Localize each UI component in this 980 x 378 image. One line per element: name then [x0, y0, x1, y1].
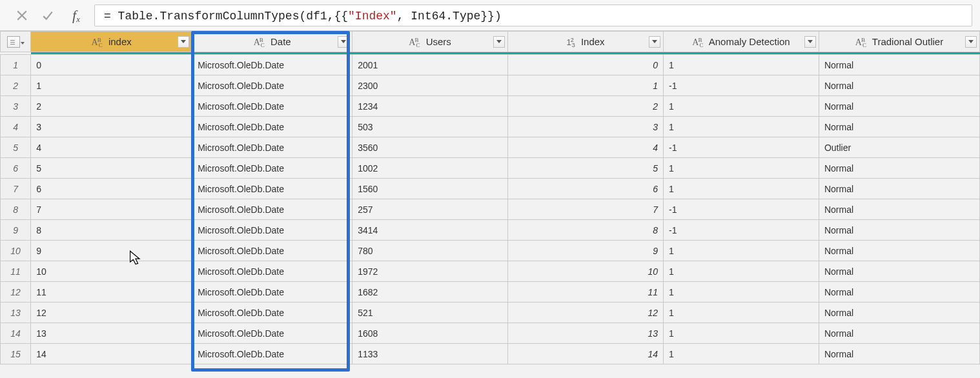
cell-index[interactable]: 2	[31, 96, 192, 117]
cell-date[interactable]: Microsoft.OleDb.Date	[192, 179, 352, 199]
cell-anomaly[interactable]: 1	[664, 55, 819, 75]
cell-index2[interactable]: 8	[508, 220, 664, 241]
cell-date[interactable]: Microsoft.OleDb.Date	[192, 282, 352, 303]
column-header-users[interactable]: ABC Users	[352, 32, 508, 52]
cell-anomaly[interactable]: -1	[664, 75, 819, 96]
cell-users[interactable]: 521	[352, 303, 508, 323]
cell-traditional[interactable]: Normal	[819, 117, 979, 137]
row-number[interactable]: 9	[1, 220, 31, 241]
formula-input[interactable]: = Table.TransformColumnTypes(df1,{{"Inde…	[94, 5, 972, 26]
cell-users[interactable]: 1560	[352, 179, 508, 199]
cell-anomaly[interactable]: -1	[664, 220, 819, 241]
cell-traditional[interactable]: Normal	[819, 179, 979, 199]
cell-anomaly[interactable]: 1	[664, 179, 819, 199]
filter-button-index[interactable]	[178, 36, 189, 48]
cell-users[interactable]: 3414	[352, 220, 508, 241]
cell-index2[interactable]: 2	[508, 96, 664, 117]
cell-index2[interactable]: 5	[508, 158, 664, 179]
cell-index[interactable]: 14	[31, 344, 192, 364]
cell-index2[interactable]: 7	[508, 199, 664, 220]
filter-button-users[interactable]	[493, 36, 505, 48]
table-row[interactable]: 32Microsoft.OleDb.Date123421Normal	[1, 96, 980, 117]
cell-index2[interactable]: 13	[508, 323, 664, 344]
row-number[interactable]: 12	[1, 282, 31, 303]
cell-anomaly[interactable]: 1	[664, 323, 819, 344]
cell-index2[interactable]: 14	[508, 344, 664, 364]
cell-users[interactable]: 2001	[352, 55, 508, 75]
table-row[interactable]: 76Microsoft.OleDb.Date156061Normal	[1, 179, 980, 199]
cell-date[interactable]: Microsoft.OleDb.Date	[192, 117, 352, 137]
cell-date[interactable]: Microsoft.OleDb.Date	[192, 303, 352, 323]
cell-index2[interactable]: 12	[508, 303, 664, 323]
cell-users[interactable]: 1972	[352, 261, 508, 282]
cell-index[interactable]: 0	[31, 55, 192, 75]
cell-index[interactable]: 6	[31, 179, 192, 199]
cell-users[interactable]: 1133	[352, 344, 508, 364]
cell-index2[interactable]: 10	[508, 261, 664, 282]
row-number[interactable]: 5	[1, 137, 31, 158]
cell-traditional[interactable]: Normal	[819, 96, 979, 117]
cell-users[interactable]: 1608	[352, 323, 508, 344]
cell-anomaly[interactable]: -1	[664, 199, 819, 220]
cell-anomaly[interactable]: 1	[664, 344, 819, 364]
table-row[interactable]: 10Microsoft.OleDb.Date200101Normal	[1, 55, 980, 75]
cell-traditional[interactable]: Normal	[819, 282, 979, 303]
cell-traditional[interactable]: Normal	[819, 158, 979, 179]
cell-index[interactable]: 1	[31, 75, 192, 96]
table-row[interactable]: 43Microsoft.OleDb.Date50331Normal	[1, 117, 980, 137]
row-number[interactable]: 3	[1, 96, 31, 117]
column-header-traditional[interactable]: ABC Tradional Outlier	[819, 32, 979, 52]
cell-index2[interactable]: 6	[508, 179, 664, 199]
cell-anomaly[interactable]: 1	[664, 303, 819, 323]
cell-traditional[interactable]: Normal	[819, 323, 979, 344]
cancel-formula-button[interactable]	[12, 5, 32, 26]
cell-traditional[interactable]: Normal	[819, 55, 979, 75]
row-number[interactable]: 6	[1, 158, 31, 179]
cell-index[interactable]: 12	[31, 303, 192, 323]
table-row[interactable]: 1413Microsoft.OleDb.Date1608131Normal	[1, 323, 980, 344]
table-row[interactable]: 1110Microsoft.OleDb.Date1972101Normal	[1, 261, 980, 282]
table-row[interactable]: 65Microsoft.OleDb.Date100251Normal	[1, 158, 980, 179]
commit-formula-button[interactable]	[37, 5, 58, 26]
cell-index[interactable]: 10	[31, 261, 192, 282]
row-number[interactable]: 8	[1, 199, 31, 220]
cell-traditional[interactable]: Normal	[819, 220, 979, 241]
cell-index[interactable]: 3	[31, 117, 192, 137]
cell-date[interactable]: Microsoft.OleDb.Date	[192, 261, 352, 282]
row-number[interactable]: 10	[1, 241, 31, 261]
cell-index2[interactable]: 4	[508, 137, 664, 158]
cell-anomaly[interactable]: -1	[664, 137, 819, 158]
cell-users[interactable]: 1002	[352, 158, 508, 179]
row-number[interactable]: 7	[1, 179, 31, 199]
cell-anomaly[interactable]: 1	[664, 241, 819, 261]
cell-index[interactable]: 5	[31, 158, 192, 179]
table-row[interactable]: 1211Microsoft.OleDb.Date1682111Normal	[1, 282, 980, 303]
cell-traditional[interactable]: Normal	[819, 75, 979, 96]
cell-traditional[interactable]: Normal	[819, 303, 979, 323]
cell-date[interactable]: Microsoft.OleDb.Date	[192, 344, 352, 364]
column-header-index2[interactable]: 123 Index	[508, 32, 664, 52]
cell-users[interactable]: 780	[352, 241, 508, 261]
cell-anomaly[interactable]: 1	[664, 117, 819, 137]
cell-date[interactable]: Microsoft.OleDb.Date	[192, 75, 352, 96]
cell-index2[interactable]: 9	[508, 241, 664, 261]
row-number[interactable]: 11	[1, 261, 31, 282]
table-corner-button[interactable]	[1, 32, 31, 52]
table-row[interactable]: 1312Microsoft.OleDb.Date521121Normal	[1, 303, 980, 323]
column-header-date[interactable]: ABC Date	[192, 32, 352, 52]
cell-index[interactable]: 11	[31, 282, 192, 303]
cell-traditional[interactable]: Normal	[819, 241, 979, 261]
cell-index[interactable]: 13	[31, 323, 192, 344]
row-number[interactable]: 4	[1, 117, 31, 137]
cell-users[interactable]: 1682	[352, 282, 508, 303]
row-number[interactable]: 14	[1, 323, 31, 344]
filter-button-anomaly[interactable]	[804, 36, 816, 48]
cell-date[interactable]: Microsoft.OleDb.Date	[192, 323, 352, 344]
cell-users[interactable]: 1234	[352, 96, 508, 117]
table-row[interactable]: 1514Microsoft.OleDb.Date1133141Normal	[1, 344, 980, 364]
cell-anomaly[interactable]: 1	[664, 282, 819, 303]
cell-index[interactable]: 9	[31, 241, 192, 261]
cell-users[interactable]: 3560	[352, 137, 508, 158]
table-row[interactable]: 54Microsoft.OleDb.Date35604-1Outlier	[1, 137, 980, 158]
row-number[interactable]: 15	[1, 344, 31, 364]
